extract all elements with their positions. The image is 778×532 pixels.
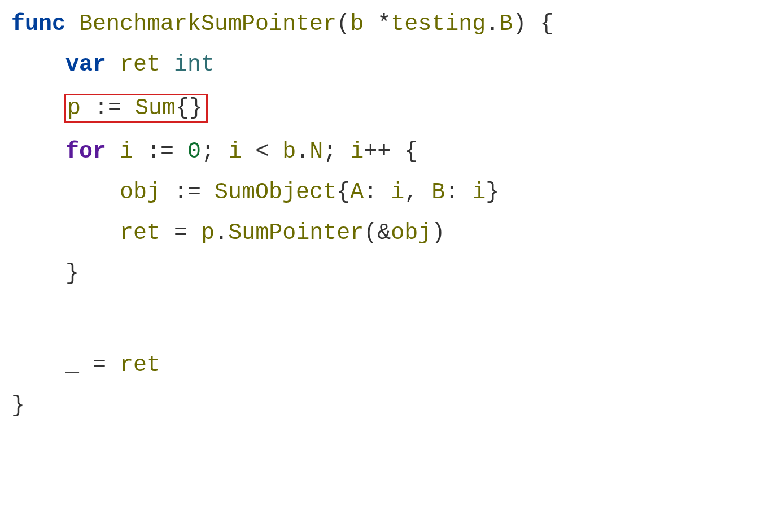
indent <box>11 220 120 246</box>
space <box>106 352 120 378</box>
op-inc: ++ <box>364 139 391 164</box>
space <box>201 180 215 205</box>
op-eq: = <box>93 352 106 378</box>
indent <box>11 52 65 77</box>
space <box>377 180 391 205</box>
semicolon: ; <box>323 139 336 164</box>
identifier-n: N <box>309 139 323 164</box>
colon: : <box>445 180 458 205</box>
op-decl: := <box>94 95 121 121</box>
dot: . <box>296 139 309 164</box>
indent <box>11 261 65 286</box>
star: * <box>377 11 391 37</box>
indent <box>11 139 65 164</box>
identifier-i: i <box>228 139 242 164</box>
space <box>187 220 201 246</box>
highlight-box: p := Sum{} <box>64 94 208 123</box>
identifier-i: i <box>350 139 364 164</box>
blank-gap <box>11 377 767 394</box>
op-eq: = <box>174 220 187 246</box>
braces-empty: {} <box>176 95 203 121</box>
space <box>336 139 350 164</box>
op-amp: & <box>377 220 391 246</box>
dot: . <box>486 11 499 37</box>
identifier-ret: ret <box>120 352 160 378</box>
blank-gap <box>11 164 767 181</box>
blank-gap <box>11 204 767 221</box>
keyword-var: var <box>65 52 106 77</box>
code-line-6: ret = p.SumPointer(&obj) <box>11 221 767 245</box>
blank-big-gap <box>11 286 767 354</box>
op-lt: < <box>255 139 269 164</box>
semicolon: ; <box>201 139 215 164</box>
function-name: BenchmarkSumPointer <box>79 11 336 37</box>
method-sumpointer: SumPointer <box>228 220 364 246</box>
blank-gap <box>11 123 767 140</box>
space <box>215 139 228 164</box>
identifier-ret: ret <box>120 52 160 77</box>
space <box>391 139 404 164</box>
op-decl: := <box>174 180 201 205</box>
type-int: int <box>174 52 215 77</box>
identifier-ret: ret <box>120 220 160 246</box>
number-zero: 0 <box>187 139 201 164</box>
blank-gap <box>11 36 767 53</box>
identifier-p: p <box>201 220 215 246</box>
blank-gap <box>11 245 767 262</box>
keyword-for: for <box>65 139 106 164</box>
dot: . <box>215 220 228 246</box>
type-sum: Sum <box>135 95 176 121</box>
space <box>121 95 135 121</box>
space <box>242 139 255 164</box>
comma: , <box>404 180 418 205</box>
space <box>133 139 147 164</box>
code-block: func BenchmarkSumPointer(b *testing.B) {… <box>0 0 778 430</box>
paren-open: ( <box>364 220 377 246</box>
field-a: A <box>350 180 364 205</box>
space <box>160 52 174 77</box>
indent <box>11 95 65 121</box>
type-b: B <box>499 11 513 37</box>
field-b: B <box>431 180 445 205</box>
param-b: b <box>350 11 364 37</box>
space <box>65 11 79 37</box>
space <box>526 11 540 37</box>
identifier-i: i <box>391 180 404 205</box>
indent <box>11 180 120 205</box>
space <box>79 352 93 378</box>
brace-open: { <box>404 139 418 164</box>
space <box>81 95 94 121</box>
brace-close: } <box>11 393 25 418</box>
keyword-func: func <box>11 11 65 37</box>
space <box>418 180 431 205</box>
space <box>160 180 174 205</box>
paren-open: ( <box>336 11 350 37</box>
indent <box>11 352 65 378</box>
space <box>269 139 282 164</box>
code-line-7: } <box>11 262 767 286</box>
underscore: _ <box>65 352 79 378</box>
pkg-testing: testing <box>391 11 486 37</box>
brace-open: { <box>336 180 350 205</box>
space <box>106 52 120 77</box>
identifier-i: i <box>120 139 133 164</box>
identifier-obj: obj <box>120 180 160 205</box>
identifier-b: b <box>282 139 296 164</box>
op-decl: := <box>147 139 174 164</box>
colon: : <box>364 180 377 205</box>
code-line-5: obj := SumObject{A: i, B: i} <box>11 181 767 204</box>
space <box>160 220 174 246</box>
brace-close: } <box>65 261 79 286</box>
identifier-p: p <box>67 95 81 121</box>
code-line-4: for i := 0; i < b.N; i++ { <box>11 140 767 164</box>
code-line-8: _ = ret <box>11 354 767 377</box>
space <box>106 139 120 164</box>
space <box>458 180 472 205</box>
type-sumobject: SumObject <box>215 180 336 205</box>
space <box>364 11 377 37</box>
code-line-2: var ret int <box>11 53 767 77</box>
identifier-obj: obj <box>391 220 431 246</box>
brace-open: { <box>540 11 553 37</box>
paren-close: ) <box>513 11 526 37</box>
code-line-9: } <box>11 394 767 418</box>
